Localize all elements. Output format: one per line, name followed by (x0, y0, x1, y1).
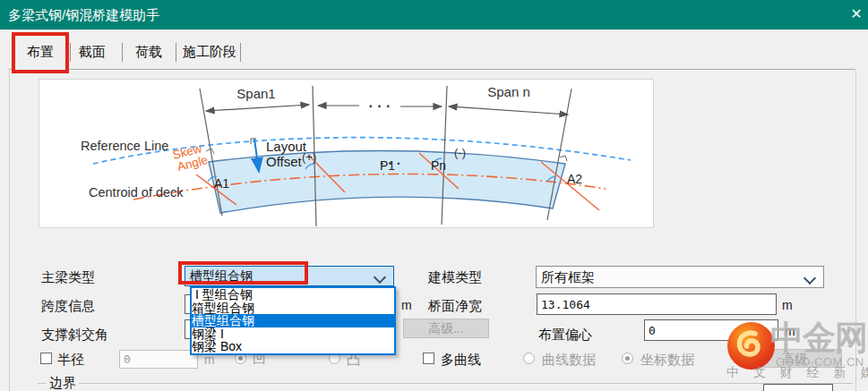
advanced-button-curve: 高级... (758, 349, 842, 368)
page-border-left (9, 70, 10, 391)
model-type-label: 建模类型 (428, 269, 482, 286)
curve-data-label: 曲线数据 (542, 352, 596, 369)
skew-angle-label-field: 支撑斜交角 (41, 327, 108, 344)
span1-label: Span1 (236, 86, 275, 101)
layout-eccentricity-input[interactable] (644, 319, 778, 341)
plus-sign-label: (+) (302, 150, 316, 164)
titlebar: 多梁式钢/钢混桥建模助手 (0, 0, 868, 30)
span-info-unit: m (401, 298, 412, 312)
curve-data-radio (523, 353, 535, 364)
tab-construction-stage[interactable]: 施工阶段 (183, 41, 236, 63)
radius-checkbox[interactable] (40, 353, 52, 364)
tab-separator (176, 43, 176, 62)
support-p1-label: P1 (380, 158, 395, 173)
minus-sign-label: (-) (454, 146, 466, 159)
model-type-combobox[interactable]: 所有框架 (536, 266, 824, 288)
dropdown-option-tub-composite[interactable]: 槽型组合钢 (192, 314, 394, 327)
bridge-layout-diagram: Span1 Span n · · · · · · Reference Line … (39, 79, 654, 228)
dropdown-option-box-composite[interactable]: 箱型组合钢 (192, 302, 394, 315)
dialog-multi-girder-wizard: 多梁式钢/钢混桥建模助手 ✕ 布置 截面 荷载 施工阶段 (0, 0, 868, 391)
bridge-width-input[interactable] (537, 293, 777, 315)
right-angle-mark (206, 149, 214, 154)
support-pn-label: Pn (431, 158, 446, 173)
radius-input (119, 350, 198, 369)
span-info-label: 跨度信息 (41, 298, 95, 315)
active-tab-patch (15, 69, 66, 71)
close-icon[interactable]: ✕ (846, 4, 867, 25)
coordinate-data-label: 坐标数据 (640, 352, 694, 369)
support-a2-label: A2 (567, 172, 582, 186)
tab-section[interactable]: 截面 (79, 41, 106, 63)
support-line-a2 (547, 89, 572, 220)
page-border-right (855, 70, 856, 391)
dim-span1 (206, 105, 309, 111)
bridge-width-unit: m (782, 298, 793, 312)
coordinate-data-radio (622, 353, 633, 364)
right-angle-mark (560, 156, 567, 161)
dropdown-option-steel-box[interactable]: 钢梁 Box (192, 340, 394, 353)
layout-eccentricity-unit: m (785, 324, 795, 338)
span-n-label: Span n (487, 84, 530, 99)
model-type-value: 所有框架 (537, 267, 823, 287)
reference-line-label: Reference Line (81, 139, 168, 153)
dim-span-n (449, 106, 568, 115)
bridge-diagram-svg: Span1 Span n · · · · · · Reference Line … (39, 80, 653, 227)
layout-eccentricity-label: 布置偏心 (538, 327, 592, 344)
radius-label: 半径 (57, 352, 84, 369)
window-title: 多梁式钢/钢混桥建模助手 (8, 7, 159, 22)
bridge-width-label: 桥面净宽 (428, 298, 482, 315)
girder-type-combobox[interactable]: 槽型组合钢 (185, 266, 394, 286)
tab-separator (70, 43, 71, 62)
dropdown-option-steel-i[interactable]: 钢梁 I (192, 327, 394, 341)
dim-ellipsis: · · · (369, 98, 391, 114)
multi-curve-label: 多曲线 (441, 352, 481, 369)
boundary-groupbox: 边界 (38, 383, 853, 391)
tab-underline (9, 69, 855, 70)
tab-separator (240, 43, 241, 62)
tab-layout[interactable]: 布置 (27, 41, 54, 63)
dropdown-option-i-composite[interactable]: I 型组合钢 (192, 288, 394, 302)
boundary-input-cutoff[interactable] (763, 384, 833, 391)
centroid-label: Centroid of deck (89, 185, 184, 200)
multi-curve-checkbox[interactable] (423, 353, 434, 364)
tab-load[interactable]: 荷载 (135, 41, 162, 63)
advanced-button-skew: 高级... (403, 319, 489, 338)
skew-angle-label: Skew Angle (171, 140, 210, 174)
girder-type-value: 槽型组合钢 (185, 267, 393, 285)
girder-type-dropdown-list: I 型组合钢 箱型组合钢 槽型组合钢 钢梁 I 钢梁 Box (190, 286, 396, 355)
tab-separator (122, 43, 123, 62)
support-a1-label: A1 (214, 176, 229, 191)
girder-type-label: 主梁类型 (41, 269, 95, 286)
boundary-label: 边界 (47, 375, 79, 391)
